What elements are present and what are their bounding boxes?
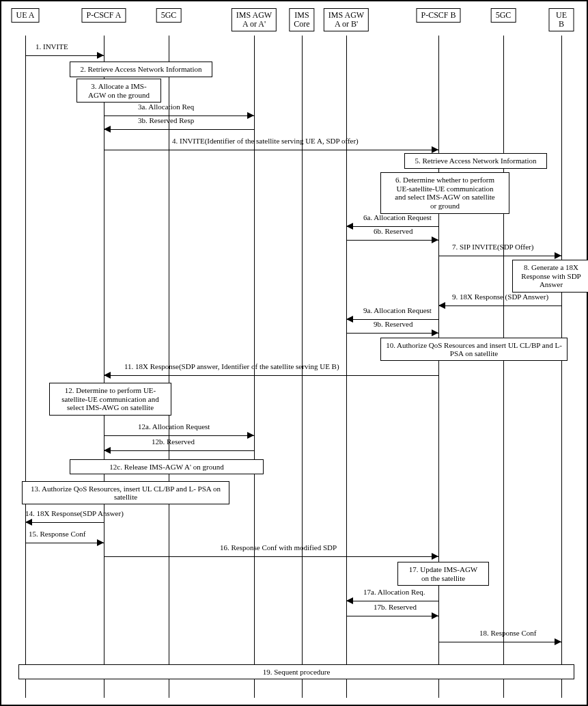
sequence-diagram: UE A P-CSCF A 5GC IMS AGW A or A' IMS Co… [0, 0, 588, 706]
participant-ue-a: UE A [12, 8, 40, 23]
note-2-retrieve-ani: 2. Retrieve Access Network Information [70, 62, 212, 77]
lifeline-5gc-b [503, 36, 504, 698]
lifeline-pcscf-a [104, 36, 104, 698]
lifeline-ue-b [561, 36, 562, 698]
note-13-authorize-qos: 13. Authorize QoS Resources, insert UL C… [22, 481, 229, 504]
note-19-sequent-procedure: 19. Sequent procedure [18, 664, 574, 679]
note-17-update-agw: 17. Update IMS-AGW on the satellite [397, 562, 489, 586]
lifeline-pcscf-b [438, 36, 439, 698]
note-8-generate-18x: 8. Generate a 18X Response with SDP Answ… [512, 260, 588, 293]
participant-pcscf-a: P-CSCF A [81, 8, 126, 23]
note-12c-release-agw: 12c. Release IMS-AGW A' on ground [70, 459, 264, 474]
note-12-determine: 12. Determine to perform UE- satellite-U… [49, 383, 171, 416]
participant-5gc-b: 5GC [491, 8, 516, 23]
participant-5gc-a: 5GC [156, 8, 182, 23]
participant-ims-agw-a: IMS AGW A or A' [232, 8, 277, 31]
participant-ue-b: UE B [549, 8, 574, 31]
participant-ims-core: IMS Core [289, 8, 314, 31]
note-10-authorize-qos: 10. Authorize QoS Resources and insert U… [380, 338, 568, 361]
participant-ims-agw-b: IMS AGW A or B' [324, 8, 369, 31]
note-6-determine: 6. Determine whether to perform UE-satel… [380, 172, 509, 214]
lifeline-ue-a [25, 36, 26, 698]
participant-pcscf-b: P-CSCF B [416, 8, 460, 23]
note-3-allocate-agw: 3. Allocate a IMS- AGW on the ground [76, 79, 161, 103]
note-5-retrieve-ani: 5. Retrieve Access Network Information [404, 153, 547, 169]
